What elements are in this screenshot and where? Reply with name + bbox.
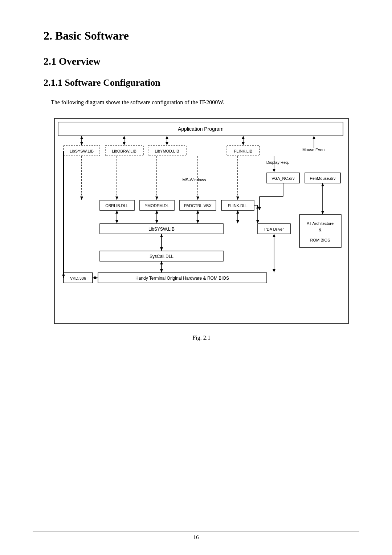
handy-label: Handy Terminal Original Hardware & ROM B… (135, 276, 229, 281)
fig-caption: Fig. 2.1 (44, 335, 359, 341)
svg-marker-76 (321, 211, 324, 214)
svg-marker-73 (94, 276, 98, 279)
ymodem-label: YMODEM.DL (145, 203, 169, 208)
svg-marker-33 (273, 169, 275, 172)
flink-lib-label: FLINK.LIB (234, 149, 253, 153)
svg-marker-52 (196, 220, 199, 223)
svg-marker-55 (236, 220, 239, 223)
svg-marker-43 (196, 197, 199, 200)
flink-dll-label: FLINK.DLL (228, 203, 248, 208)
syscall-label: SysCall.DLL (150, 254, 173, 259)
vkd-label: VKD.386 (70, 276, 86, 280)
obrlib-label: OBRLIB.DLL (105, 203, 128, 208)
svg-marker-62 (160, 247, 163, 251)
amp-label: & (319, 228, 322, 232)
svg-marker-35 (80, 197, 83, 200)
mouse-event-label: Mouse Event (302, 147, 326, 152)
libsysw-label: LibSYSW.LIB (70, 149, 94, 153)
software-diagram: Application Program LibSYSW.LIB LibOBRW.… (53, 117, 350, 327)
display-req-label: Display Req. (266, 160, 289, 165)
svg-marker-22 (123, 136, 126, 139)
app-program-label: Application Program (178, 126, 224, 132)
libsysw-solid-label: LibSYSW.LIB (148, 227, 175, 232)
svg-marker-61 (160, 234, 163, 237)
svg-marker-19 (80, 136, 83, 139)
libobrw-label: LibOBRW.LIB (112, 149, 136, 153)
page-footer: 16 (33, 531, 359, 540)
svg-marker-67 (160, 261, 163, 264)
svg-marker-46 (115, 220, 118, 223)
intro-paragraph: The following diagram shows the software… (51, 99, 359, 106)
irda-label: IrDA Driver (264, 227, 284, 231)
svg-marker-58 (256, 220, 259, 223)
svg-marker-20 (80, 142, 83, 145)
svg-marker-45 (115, 210, 118, 214)
ms-windows-label: MS-Windows (183, 178, 206, 182)
svg-marker-37 (115, 197, 118, 200)
page-number: 16 (193, 534, 199, 540)
svg-marker-29 (242, 142, 245, 145)
rom-bios-label: ROM BIOS (310, 238, 330, 242)
subsection-heading: 2.1.1 Software Configuration (44, 77, 359, 88)
svg-marker-75 (321, 183, 324, 186)
svg-marker-80 (258, 207, 261, 210)
svg-marker-64 (273, 234, 275, 237)
chapter-heading: 2. Basic Software (44, 29, 359, 42)
svg-marker-49 (155, 220, 158, 223)
penmouse-label: PenMouse.drv (310, 176, 336, 181)
vga-nc-label: VGA_NC.drv (271, 176, 295, 181)
svg-marker-51 (196, 210, 199, 214)
padctrl-label: PADCTRL.VBX (184, 203, 212, 208)
svg-marker-26 (166, 142, 168, 145)
svg-marker-48 (155, 210, 158, 214)
svg-marker-54 (236, 210, 239, 214)
at-arch-label: AT Architecture (307, 221, 334, 226)
svg-marker-25 (166, 136, 168, 139)
svg-marker-41 (236, 197, 239, 200)
svg-marker-65 (273, 269, 275, 272)
svg-marker-70 (62, 275, 65, 278)
svg-marker-23 (123, 142, 126, 145)
svg-marker-68 (160, 269, 163, 272)
svg-marker-39 (155, 197, 158, 200)
section-heading: 2.1 Overview (44, 56, 359, 67)
libymod-label: LibYMOD.LIB (155, 149, 179, 153)
svg-marker-31 (313, 136, 315, 139)
svg-marker-28 (242, 136, 245, 139)
